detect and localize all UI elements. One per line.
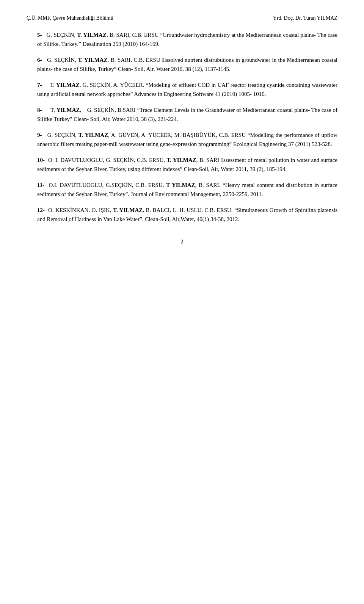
ref12-number: 12-: [37, 207, 45, 213]
page-number-value: 2: [181, 239, 184, 245]
ref12-text: 12- O. KESKİNKAN, O. IŞIK, T. YILMAZ, B.…: [37, 206, 337, 224]
ref10-number: 10-: [37, 157, 45, 163]
page-header: Ç.Ü. MMF. Çevre Mühendisliği Bölümü Yrd.…: [27, 15, 337, 21]
references-content: 5- G. SEÇKİN, T. YILMAZ, B. SARI, C.B. E…: [27, 30, 337, 224]
ref6-number: 6-: [37, 57, 42, 63]
header-author: Yrd. Doç. Dr. Turan YILMAZ: [273, 15, 337, 21]
author-name: Yrd. Doç. Dr. Turan YILMAZ: [273, 15, 337, 21]
ref7-text: 7- T. YILMAZ, G. SEÇKİN, A. YÜCEER. “Mod…: [37, 80, 337, 99]
reference-11: 11- O.I. DAVUTLUOGLU, G.SEÇKİN, C.B. ERS…: [27, 180, 337, 199]
reference-8: 8- T. YILMAZ, G. SEÇKİN, B.SARI “Trace E…: [27, 105, 337, 124]
ref8-text: 8- T. YILMAZ, G. SEÇKİN, B.SARI “Trace E…: [37, 105, 337, 124]
ref5-number: 5-: [37, 32, 42, 38]
ref11-number: 11-: [37, 182, 44, 188]
reference-9: 9- G. SEÇKİN, T. YILMAZ, A. GÜVEN, A. YÜ…: [27, 130, 337, 149]
ref6-text: 6- G. SEÇKİN, T. YILMAZ, B. SARI, C.B. E…: [37, 55, 337, 74]
page-number: 2: [27, 239, 337, 245]
reference-6: 6- G. SEÇKİN, T. YILMAZ, B. SARI, C.B. E…: [27, 55, 337, 74]
ref8-number: 8-: [37, 107, 42, 113]
institution-name: Ç.Ü. MMF. Çevre Mühendisliği Bölümü: [27, 15, 113, 21]
reference-10: 10- O. I. DAVUTLUOGLU, G. SEÇKİN, C.B. E…: [27, 155, 337, 174]
reference-12: 12- O. KESKİNKAN, O. IŞIK, T. YILMAZ, B.…: [27, 206, 337, 224]
ref10-text: 10- O. I. DAVUTLUOGLU, G. SEÇKİN, C.B. E…: [37, 155, 337, 174]
ref5-text: 5- G. SEÇKİN, T. YILMAZ, B. SARI, C.B. E…: [37, 30, 337, 49]
reference-5: 5- G. SEÇKİN, T. YILMAZ, B. SARI, C.B. E…: [27, 30, 337, 49]
ref9-number: 9-: [37, 132, 42, 138]
ref7-number: 7-: [37, 82, 42, 88]
ref11-text: 11- O.I. DAVUTLUOGLU, G.SEÇKİN, C.B. ERS…: [37, 180, 337, 199]
reference-7: 7- T. YILMAZ, G. SEÇKİN, A. YÜCEER. “Mod…: [27, 80, 337, 99]
header-institution: Ç.Ü. MMF. Çevre Mühendisliği Bölümü: [27, 15, 113, 21]
ref9-text: 9- G. SEÇKİN, T. YILMAZ, A. GÜVEN, A. YÜ…: [37, 130, 337, 149]
